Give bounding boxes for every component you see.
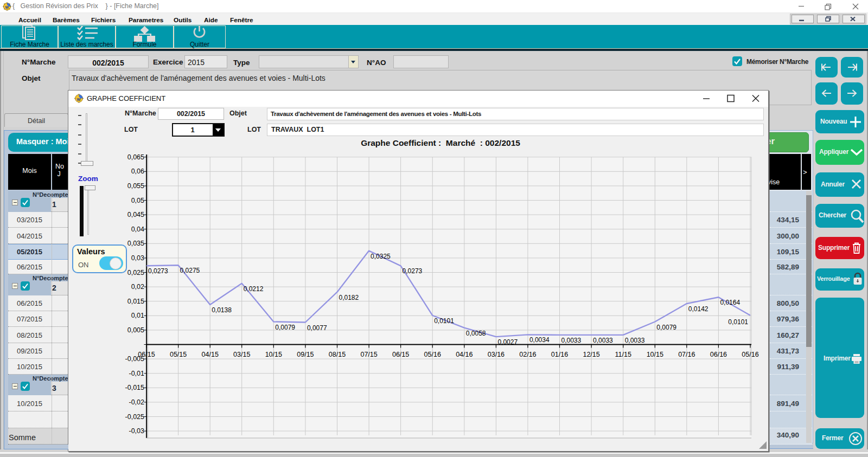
svg-text:-0,025: -0,025: [125, 413, 144, 421]
svg-text:0,0101: 0,0101: [434, 317, 454, 325]
svg-text:0,0142: 0,0142: [688, 305, 709, 313]
svg-text:0,035: 0,035: [127, 240, 144, 247]
svg-text:0,0273: 0,0273: [148, 267, 168, 275]
svg-text:0,025: 0,025: [127, 269, 144, 276]
svg-text:0,0275: 0,0275: [180, 267, 200, 274]
svg-text:0,0079: 0,0079: [275, 324, 295, 331]
svg-text:03/15: 03/15: [233, 351, 250, 358]
svg-text:0,06: 0,06: [131, 168, 144, 175]
svg-text:11/15: 11/15: [615, 351, 631, 358]
svg-text:0,0079: 0,0079: [656, 324, 676, 331]
svg-text:0,0077: 0,0077: [307, 324, 327, 332]
svg-text:0,0212: 0,0212: [244, 285, 264, 293]
svg-text:0,045: 0,045: [127, 211, 144, 218]
svg-text:-0,03: -0,03: [129, 427, 145, 435]
svg-text:0,0138: 0,0138: [212, 306, 232, 314]
svg-text:0,0182: 0,0182: [339, 294, 359, 301]
svg-text:0,0164: 0,0164: [720, 299, 740, 306]
svg-text:0,0273: 0,0273: [403, 267, 423, 275]
svg-text:0,04: 0,04: [131, 226, 144, 233]
svg-text:08/15: 08/15: [329, 351, 346, 358]
svg-text:-0,02: -0,02: [129, 398, 145, 406]
svg-text:-0,01: -0,01: [129, 370, 145, 377]
svg-text:-0,015: -0,015: [125, 384, 144, 391]
svg-text:03/16: 03/16: [488, 351, 505, 358]
svg-text:0,0033: 0,0033: [625, 337, 645, 344]
svg-text:0,0058: 0,0058: [466, 330, 486, 337]
svg-text:0,02: 0,02: [131, 283, 144, 291]
svg-text:05/16: 05/16: [424, 351, 441, 358]
svg-text:0,05: 0,05: [131, 197, 144, 204]
svg-text:04/16: 04/16: [456, 351, 473, 358]
svg-text:01/16: 01/16: [551, 351, 568, 358]
svg-text:09/15: 09/15: [297, 351, 314, 358]
svg-text:0,0033: 0,0033: [561, 337, 582, 344]
svg-text:06/15: 06/15: [138, 351, 155, 358]
svg-text:06/15: 06/15: [392, 351, 409, 358]
svg-text:10/15: 10/15: [265, 351, 282, 358]
svg-text:0,0101: 0,0101: [728, 318, 748, 326]
svg-text:0,0027: 0,0027: [497, 338, 518, 346]
svg-text:06/16: 06/16: [710, 351, 727, 358]
svg-text:0,01: 0,01: [131, 312, 144, 319]
svg-text:0,005: 0,005: [127, 326, 144, 334]
svg-text:12/15: 12/15: [583, 351, 599, 358]
svg-text:0,055: 0,055: [127, 182, 144, 190]
svg-text:10/15: 10/15: [647, 351, 663, 358]
svg-text:04/15: 04/15: [202, 351, 219, 358]
svg-text:05/16: 05/16: [742, 351, 758, 358]
svg-text:W: W: [5, 5, 9, 9]
svg-text:07/15: 07/15: [360, 351, 377, 358]
svg-text:0,0325: 0,0325: [371, 253, 391, 260]
svg-text:02/16: 02/16: [519, 351, 536, 358]
svg-text:0,0033: 0,0033: [593, 337, 613, 344]
svg-text:0,015: 0,015: [127, 298, 144, 305]
svg-text:07/16: 07/16: [678, 351, 695, 358]
svg-text:0,03: 0,03: [131, 254, 144, 262]
svg-text:05/15: 05/15: [170, 351, 187, 358]
svg-text:0,065: 0,065: [127, 153, 144, 161]
svg-text:0,0034: 0,0034: [529, 336, 550, 344]
